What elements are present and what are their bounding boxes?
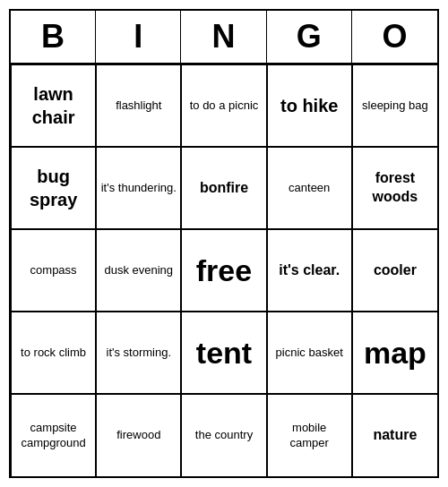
bingo-cell: bug spray — [11, 147, 96, 229]
bingo-cell: firewood — [96, 394, 181, 476]
cell-label: lawn chair — [15, 82, 91, 129]
cell-label: forest woods — [357, 169, 434, 207]
cell-label: bug spray — [15, 165, 91, 211]
cell-label: sleeping bag — [362, 98, 428, 114]
bingo-cell: flashlight — [96, 64, 181, 147]
cell-label: to do a picnic — [190, 98, 259, 114]
header-letter: I — [96, 11, 181, 63]
bingo-cell: it's clear. — [267, 229, 352, 312]
cell-label: picnic basket — [276, 346, 343, 361]
bingo-cell: to rock climb — [11, 312, 96, 394]
cell-label: the country — [195, 428, 253, 443]
cell-label: firewood — [116, 428, 160, 443]
cell-label: it's thundering. — [101, 181, 177, 196]
bingo-cell: to do a picnic — [181, 64, 266, 147]
cell-label: map — [364, 333, 426, 372]
header-letter: B — [11, 11, 96, 63]
cell-label: it's storming. — [107, 346, 172, 361]
bingo-card: BINGO lawn chairflashlightto do a picnic… — [9, 9, 439, 478]
bingo-cell: tent — [181, 312, 266, 394]
bingo-cell: map — [352, 312, 437, 394]
bingo-cell: sleeping bag — [352, 64, 437, 147]
bingo-cell: picnic basket — [267, 312, 352, 394]
bingo-cell: canteen — [267, 147, 352, 229]
bingo-cell: free — [181, 229, 266, 312]
header-letter: G — [267, 11, 352, 63]
cell-label: free — [196, 251, 252, 290]
cell-label: bonfire — [200, 179, 248, 198]
bingo-cell: it's thundering. — [96, 147, 181, 229]
header-letter: O — [352, 11, 437, 63]
bingo-cell: it's storming. — [96, 312, 181, 394]
cell-label: tent — [196, 333, 252, 372]
bingo-cell: bonfire — [181, 147, 266, 229]
bingo-cell: to hike — [267, 64, 352, 147]
bingo-cell: mobile camper — [267, 394, 352, 476]
header-letter: N — [181, 11, 266, 63]
bingo-cell: lawn chair — [11, 64, 96, 147]
cell-label: to hike — [280, 94, 338, 117]
bingo-cell: the country — [181, 394, 266, 476]
bingo-cell: dusk evening — [96, 229, 181, 312]
bingo-cell: cooler — [352, 229, 437, 312]
bingo-cell: compass — [11, 229, 96, 312]
cell-label: compass — [30, 263, 77, 278]
cell-label: mobile camper — [271, 421, 348, 451]
cell-label: it's clear. — [279, 261, 340, 280]
cell-label: campsite campground — [15, 421, 91, 451]
bingo-cell: forest woods — [352, 147, 437, 229]
bingo-cell: nature — [352, 394, 437, 476]
bingo-cell: campsite campground — [11, 394, 96, 476]
bingo-header: BINGO — [11, 11, 437, 64]
bingo-grid: lawn chairflashlightto do a picnicto hik… — [11, 64, 437, 476]
cell-label: nature — [373, 426, 417, 445]
cell-label: to rock climb — [21, 346, 86, 361]
cell-label: dusk evening — [104, 263, 173, 278]
cell-label: canteen — [289, 181, 330, 196]
cell-label: cooler — [374, 261, 417, 280]
cell-label: flashlight — [116, 98, 161, 114]
